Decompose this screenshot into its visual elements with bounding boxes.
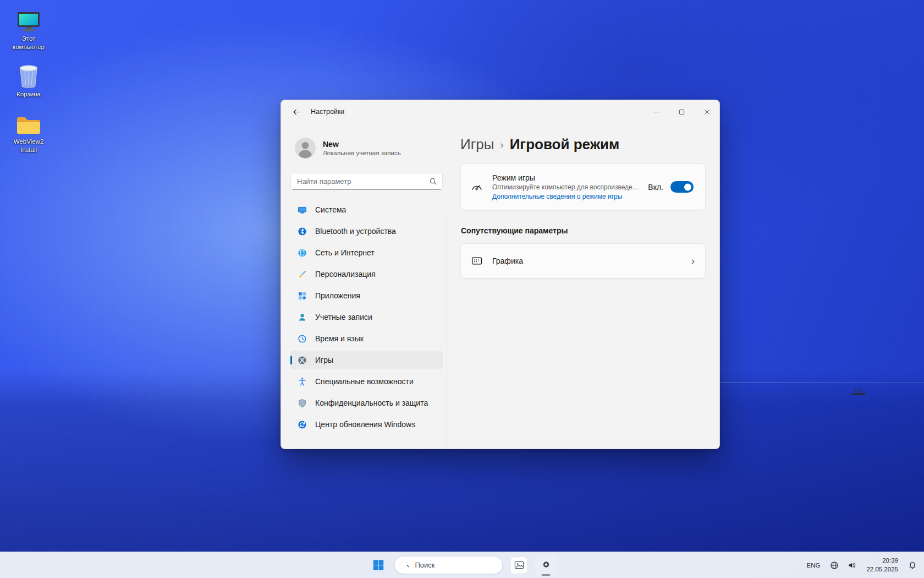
nav-item-games[interactable]: Игры [290, 351, 443, 369]
language-indicator[interactable]: ENG [802, 558, 826, 573]
nav-label: Время и язык [315, 334, 364, 343]
nav-label: Центр обновления Windows [315, 420, 415, 429]
game-mode-card: Режим игры Оптимизируйте компьютер для в… [460, 163, 706, 210]
gear-icon [540, 559, 552, 572]
nav-item-system[interactable]: Система [290, 200, 443, 219]
user-name: New [323, 140, 401, 149]
clock[interactable]: 20:39 22.05.2025 [861, 554, 903, 576]
desktop-icons: Этот компьютер Корзина WebView2 Install [4, 6, 53, 155]
tray-date: 22.05.2025 [866, 565, 898, 574]
settings-content: Игры › Игровой режим Режим игры Оптимизи… [447, 123, 719, 449]
nav-item-privacy-security[interactable]: Конфиденциальность и защита [290, 394, 443, 412]
window-title: Настройки [311, 108, 344, 116]
nav-label: Игры [315, 356, 333, 364]
related-settings-heading: Сопутствующие параметры [461, 226, 706, 235]
tray-time: 20:39 [866, 557, 898, 565]
recycle-bin-icon [16, 62, 41, 89]
nav-item-time-language[interactable]: Время и язык [290, 329, 443, 348]
taskbar-search-placeholder: Поиск [415, 561, 435, 569]
avatar [295, 138, 316, 159]
game-mode-description: Оптимизируйте компьютер для воспроизведе… [492, 183, 640, 191]
graphics-card[interactable]: Графика › [460, 243, 706, 279]
clock-icon [298, 334, 307, 343]
apps-icon [298, 291, 307, 301]
nav-item-apps[interactable]: Приложения [290, 286, 443, 305]
user-account-type: Локальная учетная запись [323, 150, 401, 156]
nav-item-personalization[interactable]: Персонализация [290, 265, 443, 283]
settings-sidebar: New Локальная учетная запись Система [281, 123, 447, 449]
start-button[interactable] [367, 554, 389, 576]
game-mode-controls: Вкл. [648, 181, 694, 193]
settings-app-button[interactable] [535, 554, 557, 576]
graphics-icon [471, 255, 483, 267]
settings-search [290, 173, 443, 190]
back-button[interactable] [288, 103, 305, 120]
toggle-knob [684, 183, 691, 190]
game-mode-text: Режим игры Оптимизируйте компьютер для в… [492, 173, 640, 201]
open-app-indicator [542, 574, 551, 576]
person-icon [298, 313, 307, 322]
bluetooth-icon [298, 227, 307, 236]
wallpaper-ship [850, 386, 867, 396]
network-icon[interactable] [826, 557, 843, 574]
system-icon [298, 205, 307, 215]
nav-label: Bluetooth и устройства [315, 227, 396, 236]
desktop-icon-this-pc[interactable]: Этот компьютер [4, 6, 53, 52]
nav-label: Приложения [315, 291, 360, 300]
desktop-icon-recycle-bin[interactable]: Корзина [4, 61, 53, 100]
folder-icon [16, 110, 41, 136]
desktop: Этот компьютер Корзина WebView2 Install [0, 0, 924, 578]
taskbar: Поиск ENG 20:39 [0, 552, 924, 578]
settings-window: Настройки New [280, 100, 720, 449]
nav-item-accessibility[interactable]: Специальные возможности [290, 372, 443, 391]
desktop-icon-label: WebView2 Install [6, 138, 52, 154]
game-mode-learn-more-link[interactable]: Дополнительные сведения о режиме игры [492, 193, 622, 200]
window-controls [644, 100, 719, 123]
globe-icon [298, 248, 307, 258]
taskbar-search[interactable]: Поиск [394, 556, 503, 574]
taskbar-center: Поиск [367, 552, 557, 578]
titlebar: Настройки [281, 100, 719, 123]
nav-label: Сеть и Интернет [315, 248, 375, 257]
chevron-right-icon: › [691, 255, 695, 267]
nav-item-windows-update[interactable]: Центр обновления Windows [290, 415, 443, 434]
game-mode-toggle[interactable] [670, 181, 694, 193]
maximize-button[interactable] [669, 100, 694, 123]
desktop-icon-webview2-folder[interactable]: WebView2 Install [4, 108, 53, 155]
notification-bell-icon[interactable] [904, 557, 921, 574]
desktop-icon-label: Этот компьютер [6, 35, 52, 51]
nav-label: Персонализация [315, 270, 376, 279]
game-mode-icon [471, 181, 483, 193]
page-title: Игровой режим [510, 134, 620, 154]
breadcrumb: Игры › Игровой режим [460, 133, 706, 155]
update-icon [298, 420, 307, 429]
nav-item-bluetooth-devices[interactable]: Bluetooth и устройства [290, 222, 443, 241]
nav-label: Специальные возможности [315, 377, 414, 386]
toggle-state-label: Вкл. [648, 183, 663, 192]
nav-label: Система [315, 205, 346, 214]
nav-item-network-internet[interactable]: Сеть и Интернет [290, 243, 443, 262]
search-icon [429, 177, 437, 186]
accessibility-icon [298, 377, 307, 386]
system-tray: ENG 20:39 22.05.2025 [802, 552, 921, 578]
this-pc-icon [16, 7, 41, 33]
xbox-icon [298, 356, 307, 365]
game-mode-title: Режим игры [492, 173, 640, 182]
breadcrumb-games[interactable]: Игры [460, 134, 494, 154]
close-button[interactable] [694, 100, 719, 123]
minimize-button[interactable] [644, 100, 669, 123]
user-account[interactable]: New Локальная учетная запись [290, 134, 443, 162]
nav-item-accounts[interactable]: Учетные записи [290, 308, 443, 326]
nav-label: Учетные записи [315, 313, 372, 321]
search-icon [402, 560, 410, 570]
shield-icon [298, 399, 307, 408]
graphics-label: Графика [492, 257, 691, 265]
brush-icon [298, 270, 307, 279]
desktop-icon-label: Корзина [16, 90, 41, 99]
user-text: New Локальная учетная запись [323, 140, 401, 156]
photos-icon [510, 557, 528, 574]
nav-label: Конфиденциальность и защита [315, 399, 428, 407]
photos-app-button[interactable] [508, 554, 530, 576]
settings-search-input[interactable] [290, 173, 443, 190]
volume-icon[interactable] [844, 557, 860, 574]
